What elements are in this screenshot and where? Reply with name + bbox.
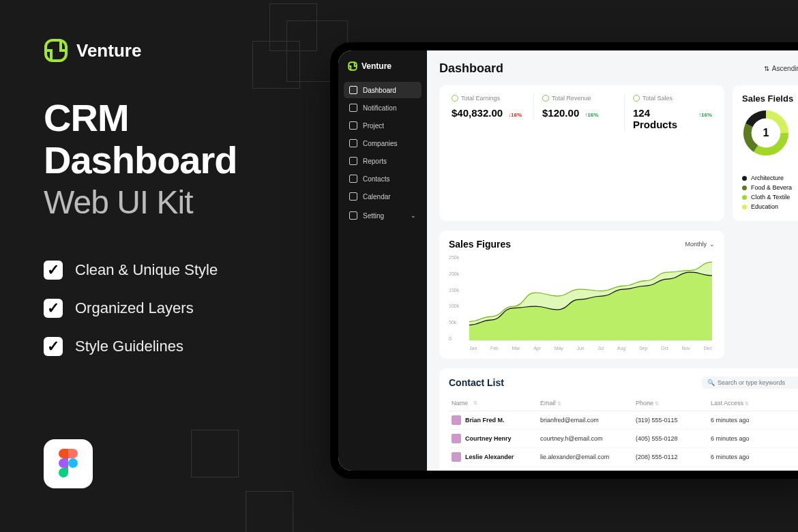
box-icon — [633, 95, 640, 102]
sidebar-item-project[interactable]: Project — [344, 117, 422, 134]
document-icon — [349, 121, 357, 130]
metric-delta: ↑16% — [698, 112, 712, 118]
check-icon: ✓ — [44, 299, 63, 318]
legend-label: Architecture — [751, 175, 784, 181]
contact-phone: (319) 555-0115 — [636, 417, 711, 424]
donut-center-value: 1 — [742, 109, 790, 157]
legend-label: Food & Bevera — [751, 184, 792, 191]
sidebar-item-label: Project — [363, 122, 384, 130]
x-tick: Aug — [617, 346, 625, 351]
feature-label: Organized Layers — [75, 299, 194, 317]
y-tick: 250k — [449, 255, 459, 260]
venture-logo-icon — [44, 38, 68, 63]
metric-label: Total Earnings — [461, 95, 500, 102]
metric-value: $120.00 — [542, 107, 579, 119]
chart-title: Sales Figures — [449, 239, 511, 250]
svg-point-1 — [68, 458, 78, 468]
sidebar-item-setting[interactable]: Setting ⌄ — [344, 207, 422, 224]
sort-icon: ⇅ — [745, 401, 749, 406]
avatar — [452, 415, 461, 425]
search-input[interactable] — [718, 379, 798, 386]
column-header-last-access[interactable]: Last Access⇅ — [711, 400, 798, 407]
sidebar-item-dashboard[interactable]: Dashboard — [344, 82, 422, 98]
column-header-email[interactable]: Email⇅ — [540, 400, 636, 407]
sidebar-item-label: Reports — [363, 158, 387, 165]
promo-subtitle: Web UI Kit — [44, 183, 316, 221]
table-row[interactable]: Leslie Alexander lie.alexander@email.com… — [449, 448, 798, 467]
sidebar-brand-name: Venture — [361, 61, 391, 71]
sidebar-item-contacts[interactable]: Contacts — [344, 171, 422, 187]
contact-list-card: Contact List 🔍 Name⇅ Email⇅ Phone⇅ Last … — [439, 368, 798, 471]
x-tick: Dec — [703, 346, 711, 351]
x-tick: Oct — [661, 346, 668, 351]
chart-x-axis: JanFebMarAprMayJunJulAugSepOctNovDec — [469, 346, 712, 351]
sidebar-item-companies[interactable]: Companies — [344, 135, 422, 151]
chart-plot — [469, 255, 712, 341]
contact-name: Courtney Henry — [465, 435, 512, 442]
column-header-phone[interactable]: Phone⇅ — [636, 400, 711, 407]
legend-label: Cloth & Textile — [751, 194, 790, 201]
promo-title-line1: CRM — [44, 97, 316, 139]
user-icon — [349, 175, 357, 183]
sort-icon: ⇅ — [473, 400, 477, 406]
figma-icon — [58, 449, 78, 479]
sidebar-item-label: Contacts — [363, 175, 389, 183]
feature-label: Style Guidelines — [75, 338, 183, 355]
sort-icon: ⇅ — [764, 65, 769, 72]
sidebar-item-notification[interactable]: Notification — [344, 100, 422, 116]
figma-badge — [44, 439, 93, 488]
sales-figures-card: Sales Figures Monthly ⌄ 250k200k150k100k… — [439, 231, 724, 359]
feature-item: ✓ Style Guidelines — [44, 337, 316, 356]
sidebar: Venture Dashboard Notification Project C… — [338, 50, 427, 471]
legend-dot — [742, 176, 747, 181]
legend-dot — [742, 205, 747, 209]
metric-value: $40,832.00 — [452, 107, 503, 119]
sidebar-logo[interactable]: Venture — [344, 57, 422, 75]
venture-logo-icon — [348, 61, 357, 71]
contact-last-access: 6 minutes ago — [711, 435, 798, 442]
legend-dot — [742, 195, 747, 200]
sidebar-item-reports[interactable]: Reports — [344, 153, 422, 169]
contact-search[interactable]: 🔍 — [702, 376, 798, 389]
sort-icon: ⇅ — [557, 401, 561, 406]
chevron-down-icon: ⌄ — [411, 212, 416, 219]
chart-y-axis: 250k200k150k100k50k0 — [449, 255, 459, 341]
metric-label: Total Revenue — [552, 95, 591, 102]
table-row[interactable]: Jenny Wilson jenny.w@email.com (270) 555… — [449, 467, 798, 471]
metric-value: 124 Products — [633, 107, 693, 130]
x-tick: Jan — [469, 346, 477, 351]
promo-title-line2: Dashboard — [44, 139, 316, 181]
sales-fields-card: Sales Fields 1 — [733, 85, 798, 221]
contact-email: lie.alexander@email.com — [540, 454, 636, 460]
sidebar-item-label: Notification — [363, 104, 396, 112]
table-row[interactable]: Brian Fred M. brianfred@email.com (319) … — [449, 411, 798, 430]
x-tick: Feb — [490, 346, 499, 351]
gear-icon — [349, 211, 357, 220]
column-header-name[interactable]: Name⇅ — [452, 400, 540, 407]
sort-dropdown[interactable]: ⇅ Ascending S — [764, 65, 798, 72]
sidebar-item-label: Dashboard — [363, 87, 396, 94]
page-title: Dashboard — [439, 61, 503, 76]
contact-last-access: 6 minutes ago — [711, 454, 798, 460]
y-tick: 100k — [449, 304, 459, 308]
contact-last-access: 6 minutes ago — [711, 417, 798, 424]
feature-item: ✓ Clean & Unique Style — [44, 261, 316, 280]
sort-icon: ⇅ — [655, 401, 659, 406]
legend-item: Architecture — [742, 175, 798, 181]
building-icon — [349, 139, 357, 147]
contact-email: courtney.h@email.com — [540, 435, 636, 442]
y-tick: 50k — [449, 320, 459, 325]
metrics-card: Total Earnings $40,832.00 ↓16% Total Rev… — [439, 85, 724, 221]
chart-period-select[interactable]: Monthly ⌄ — [685, 241, 715, 248]
metric-delta: ↓16% — [508, 112, 522, 118]
x-tick: Sep — [639, 346, 647, 351]
x-tick: Mar — [512, 346, 520, 351]
x-tick: Jul — [597, 346, 604, 351]
calendar-icon — [349, 192, 357, 201]
table-row[interactable]: Courtney Henry courtney.h@email.com (405… — [449, 430, 798, 448]
sidebar-item-calendar[interactable]: Calendar — [344, 188, 422, 205]
feature-item: ✓ Organized Layers — [44, 299, 316, 318]
x-tick: Jun — [576, 346, 584, 351]
contact-phone: (405) 555-0128 — [636, 435, 711, 442]
feature-label: Clean & Unique Style — [75, 261, 218, 279]
